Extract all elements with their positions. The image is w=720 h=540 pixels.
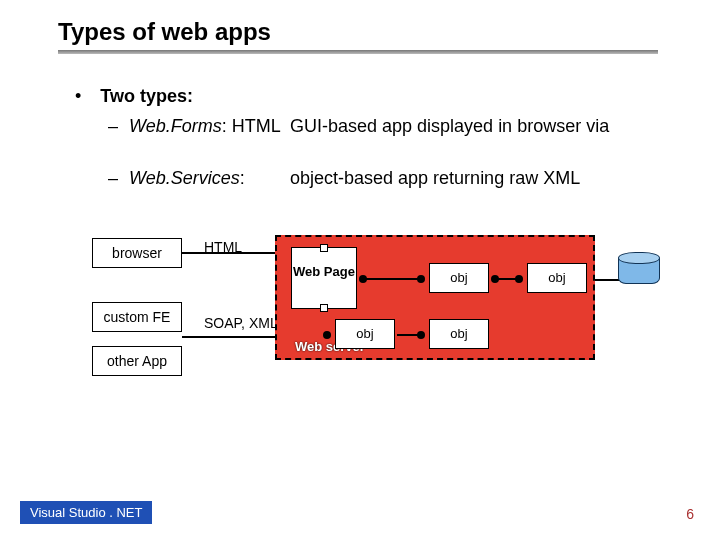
obj-box-right: obj [527, 263, 587, 293]
line-fe-to-server [182, 336, 278, 338]
page-number: 6 [686, 506, 694, 522]
webservices-suffix: : [240, 168, 245, 188]
page-title: Types of web apps [58, 18, 271, 46]
obj-box-bottom-left: obj [335, 319, 395, 349]
line-browser-to-server [182, 252, 278, 254]
proto-soap-label: SOAP, XML [204, 316, 278, 331]
other-app-box: other App [92, 346, 182, 376]
obj-box-top: obj [429, 263, 489, 293]
bullet-webforms: – Web.Forms: HTML [108, 116, 281, 137]
endpoint-dot [323, 331, 331, 339]
web-page-text: Web Page [293, 264, 355, 279]
footer-product-chip: Visual Studio . NET [20, 501, 152, 524]
webservices-desc: object-based app returning raw XML [290, 168, 580, 189]
browser-box: browser [92, 238, 182, 268]
obj-box-bottom-right: obj [429, 319, 489, 349]
conn-line [397, 334, 421, 336]
webforms-name: Web.Forms [129, 116, 222, 136]
web-server-container: Web server Web Page obj obj obj obj [275, 235, 595, 360]
bullet-two-types-text: Two types: [100, 86, 193, 106]
custom-fe-box: custom FE [92, 302, 182, 332]
webforms-suffix: : HTML [222, 116, 281, 136]
title-underline [58, 50, 658, 54]
conn-line [495, 278, 519, 280]
webforms-desc: GUI-based app displayed in browser via [290, 116, 609, 137]
webservices-name: Web.Services [129, 168, 240, 188]
database-icon [618, 258, 660, 290]
bullet-webservices: – Web.Services: [108, 168, 245, 189]
conn-line [365, 278, 419, 280]
bullet-two-types: Two types: [75, 86, 193, 107]
web-page-box: Web Page [291, 247, 357, 309]
